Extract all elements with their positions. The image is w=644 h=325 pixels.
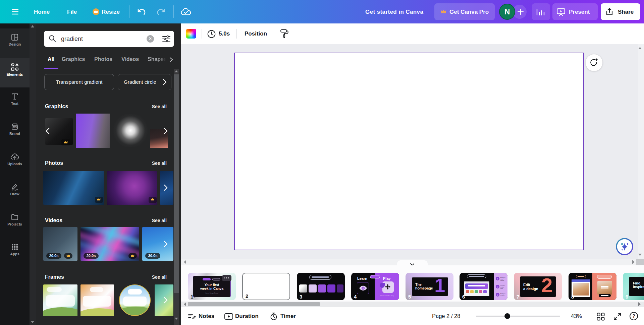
svg-text:co.: co.	[14, 127, 15, 128]
